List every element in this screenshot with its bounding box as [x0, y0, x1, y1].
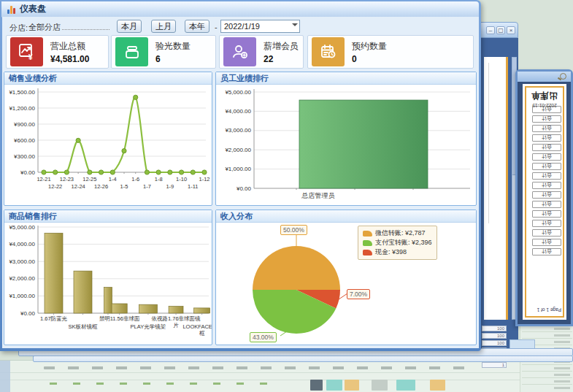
preview-page-edge [484, 57, 508, 320]
svg-text:禁明11.56非球面: 禁明11.56非球面 [99, 315, 140, 322]
svg-text:12-23: 12-23 [60, 176, 74, 182]
svg-text:¥4,000.00: ¥4,000.00 [224, 108, 251, 115]
date-value: 2022/1/19 [224, 22, 260, 31]
svg-text:12-22: 12-22 [48, 183, 62, 190]
svg-text:总店管理员: 总店管理员 [301, 192, 335, 199]
kpi-value: 0 [352, 54, 387, 64]
sheet-block-tan [430, 380, 445, 391]
income-pie-chart: 50.00% 7.00% 43.00% 微信转账: ¥2,787 支付宝转账: … [216, 223, 476, 345]
svg-text:¥600.00: ¥600.00 [13, 137, 35, 144]
kpi-card-optometry: 验光数量 6 [111, 35, 216, 69]
sheet-block-teal [396, 380, 415, 391]
report-row: 合计 [528, 223, 561, 231]
report-row: 合计 [528, 232, 561, 241]
report-row: 合计 [528, 118, 561, 127]
svg-text:1-8: 1-8 [155, 176, 163, 182]
report-row: 合计 [528, 137, 561, 146]
report-row: 合计 [528, 185, 561, 193]
svg-text:1.67防蓝光: 1.67防蓝光 [40, 315, 68, 322]
svg-text:框: 框 [199, 330, 205, 337]
sheet-green-marks [50, 383, 283, 385]
svg-text:¥2,000.00: ¥2,000.00 [224, 147, 251, 153]
sheet-block-teal [326, 380, 342, 391]
report-row: 合计 [528, 175, 561, 184]
last-month-button[interactable]: 上月 [151, 20, 176, 33]
svg-text:¥0.00: ¥0.00 [20, 310, 36, 317]
svg-text:片: 片 [173, 322, 179, 328]
svg-text:SK板材镜框: SK板材镜框 [69, 323, 99, 330]
chevron-down-icon [292, 23, 298, 29]
svg-text:1-5: 1-5 [120, 183, 128, 190]
kpi-value: 6 [155, 54, 191, 64]
preview-cell: 100 [482, 340, 507, 346]
revenue-trend-icon: ¥ [10, 37, 43, 66]
svg-text:依视路1.76非球面镜: 依视路1.76非球面镜 [152, 315, 201, 322]
sales-trend-line-chart: ¥0.00¥300.00¥600.00¥900.00¥1,200.00¥1,50… [4, 85, 212, 205]
report-row: 合计 [528, 194, 561, 203]
maximize-icon[interactable] [496, 26, 505, 34]
svg-text:¥1,200.00: ¥1,200.00 [8, 105, 35, 112]
filter-bar: 分店: 全部分店 本月 上月 本年 - 2022/1/19 [2, 17, 479, 35]
branch-value: 全部分店 [28, 22, 61, 32]
dashboard-content: 分店: 全部分店 本月 上月 本年 - 2022/1/19 ¥ 营业总额 ¥4,… [2, 17, 479, 348]
this-month-button[interactable]: 本月 [117, 20, 142, 33]
svg-text:¥900.00: ¥900.00 [13, 121, 35, 128]
svg-text:1-10: 1-10 [176, 176, 187, 182]
sheet-gridline [0, 372, 573, 373]
employee-ranking-panel: 员工业绩排行 ¥0.00¥1,000.00¥2,000.00¥3,000.00¥… [215, 72, 477, 206]
sales-analysis-panel: 销售业绩分析 ¥0.00¥300.00¥600.00¥900.00¥1,200.… [4, 72, 212, 206]
preview-value-cells: 10010010020201 [482, 326, 507, 369]
svg-text:1-4: 1-4 [109, 176, 117, 182]
report-rows: 合计合计合计合计合计合计合计合计合计合计合计合计合计合计合计合计 [528, 108, 561, 261]
sheet-block-tan [345, 380, 359, 391]
panel-title: 收入分布 [216, 210, 476, 223]
this-year-button[interactable]: 本年 [185, 20, 209, 33]
svg-text:12-26: 12-26 [94, 183, 108, 190]
window-title: 仪表盘 [20, 3, 46, 15]
window-bottom-edge [33, 356, 573, 362]
report-row: 合计 [528, 166, 561, 174]
report-row: 合计 [528, 204, 561, 212]
svg-text:1-9: 1-9 [166, 183, 174, 190]
svg-text:1-6: 1-6 [131, 176, 139, 182]
panel-title: 商品销售排行 [4, 210, 212, 223]
dashboard-titlebar[interactable]: 仪表盘 [1, 1, 479, 18]
window-a-body: 10010010020201 [477, 38, 518, 360]
dotted-underline [62, 28, 109, 30]
sheet-block-gray [372, 380, 388, 391]
report-row: 合计 [528, 109, 561, 118]
kpi-value: ¥4,581.00 [50, 54, 89, 64]
legend-label: 微信转账: ¥2,787 [375, 228, 426, 238]
svg-text:¥2,000.00: ¥2,000.00 [8, 275, 35, 282]
branch-input[interactable]: 全部分店 [28, 20, 111, 32]
svg-text:¥3,000.00: ¥3,000.00 [8, 258, 35, 265]
rotated-report-content: Page 1 of 1 合计合计合计合计合计合计合计合计合计合计合计合计合计合计… [528, 89, 561, 315]
legend-swatch-wechat [363, 231, 372, 237]
pie-legend: 微信转账: ¥2,787 支付宝转账: ¥2,396 现金: ¥398 [358, 226, 437, 260]
appointment-calendar-icon [312, 37, 345, 66]
kpi-value: 22 [264, 54, 299, 64]
svg-text:12-25: 12-25 [82, 176, 96, 182]
panel-title: 销售业绩分析 [4, 72, 212, 85]
background-window-preview-column: 10010010020201 [477, 22, 518, 360]
background-report-preview-window: Page 1 of 1 合计合计合计合计合计合计合计合计合计合计合计合计合计合计… [515, 69, 573, 326]
svg-text:¥1,000.00: ¥1,000.00 [8, 293, 35, 299]
preview-cell: 100 [482, 333, 507, 339]
report-row: 合计 [528, 251, 561, 260]
report-row: 合计 [528, 128, 561, 137]
preview-cell: 100 [482, 326, 507, 331]
sheet-block-dark [310, 380, 323, 391]
legend-label: 现金: ¥398 [375, 247, 407, 257]
desktop: { "window": { "title": "仪表盘" }, "filters… [0, 0, 573, 392]
close-icon[interactable] [507, 26, 515, 34]
pie-callout-43: 43.00% [250, 332, 277, 342]
magnifier-icon[interactable] [560, 73, 566, 80]
svg-text:PLAY光学镜架: PLAY光学镜架 [131, 323, 166, 330]
svg-text:¥1,500.00: ¥1,500.00 [8, 89, 35, 96]
date-picker[interactable]: 2022/1/19 [220, 20, 300, 33]
svg-text:¥300.00: ¥300.00 [13, 153, 35, 160]
chart-icon [7, 5, 15, 14]
svg-text:¥5,000.00: ¥5,000.00 [224, 89, 251, 96]
minimize-icon[interactable] [486, 26, 495, 34]
svg-text:¥5,000.00: ¥5,000.00 [8, 224, 35, 231]
